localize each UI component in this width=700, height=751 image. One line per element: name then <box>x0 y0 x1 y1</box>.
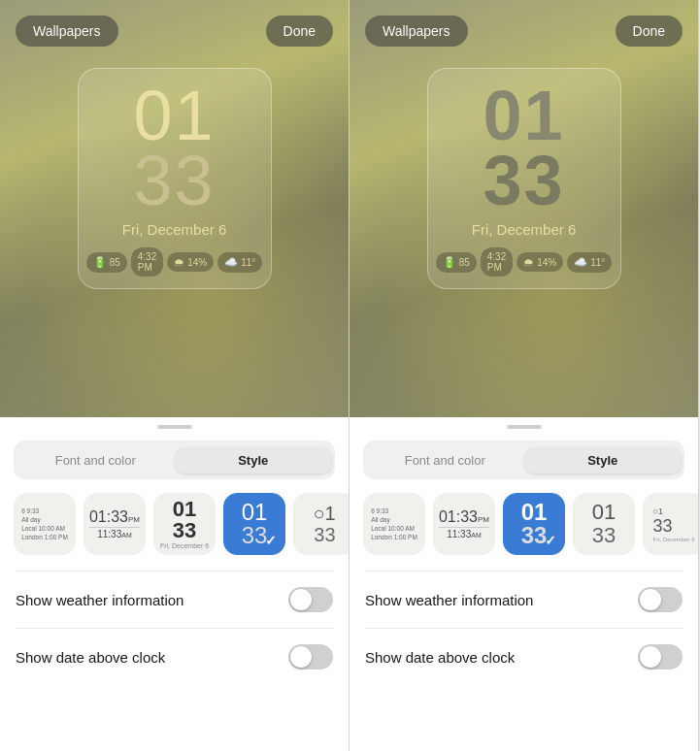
widget-time-right: 4:32 PM <box>481 247 513 277</box>
toggle-weather-row-left: Show weather information <box>16 571 333 628</box>
style-thumb-2-left[interactable]: 01:33PM 11:33AM <box>83 493 146 555</box>
clock-widgets-row-right: 🔋 85 4:32 PM 🌧 14% ☁️ 11° <box>436 247 613 277</box>
clock-widgets-row-left: 🔋 85 4:32 PM 🌧 14% ☁️ 11° <box>86 247 263 277</box>
clock-date-right: Fri, December 6 <box>472 221 577 238</box>
wallpapers-button-left[interactable]: Wallpapers <box>16 16 118 47</box>
toggle-weather-knob-left <box>290 589 312 610</box>
style-thumb-3-content-right: 01 33 <box>521 501 548 547</box>
top-buttons-right: Wallpapers Done <box>350 16 698 47</box>
rain-icon-right: 🌧 <box>523 256 534 268</box>
toggle-weather-label-right: Show weather information <box>365 592 533 608</box>
battery-icon-left: 🔋 <box>93 256 107 269</box>
toggle-section-left: Show weather information Show date above… <box>0 571 349 685</box>
style-thumb-1-content-right: 6 9:33 All day Local 10:00 AM London 1:0… <box>367 504 421 544</box>
style-thumb-2-content-left: 01:33PM 11:33AM <box>89 508 140 540</box>
clock-widget-right: 01 33 Fri, December 6 🔋 85 4:32 PM 🌧 14%… <box>427 68 621 289</box>
toggle-date-label-left: Show date above clock <box>16 649 165 666</box>
widget-temp-right: ☁️ 11° <box>567 252 612 273</box>
tab-style-right[interactable]: Style <box>524 447 683 473</box>
toggle-date-knob-left <box>290 646 312 668</box>
cloud-icon-right: ☁️ <box>574 256 587 269</box>
toggle-weather-knob-right <box>640 589 661 610</box>
done-button-right[interactable]: Done <box>616 16 683 47</box>
style-thumb-4-content-right: 01 33 <box>588 497 619 551</box>
style-thumb-1-right[interactable]: 6 9:33 All day Local 10:00 AM London 1:0… <box>363 493 425 555</box>
toggle-weather-switch-left[interactable] <box>288 587 333 612</box>
style-thumb-5-left[interactable]: ○1 33 <box>293 493 349 555</box>
toggle-weather-switch-right[interactable] <box>638 587 683 612</box>
temp-value-right: 11° <box>590 257 605 268</box>
time-value-right: 4:32 PM <box>487 251 506 273</box>
rain-value-right: 14% <box>537 257 556 268</box>
style-thumb-3-right[interactable]: 01 33 ✓ <box>503 493 565 555</box>
style-thumb-3-content-left: 01 33 Fri, December 6 <box>160 499 209 549</box>
rain-icon-left: 🌧 <box>174 256 184 268</box>
widget-battery-right: 🔋 85 <box>436 252 477 273</box>
toggle-weather-row-right: Show weather information <box>365 571 683 628</box>
style-thumb-4-content-left: 01 33 <box>242 501 268 547</box>
style-row-right: 6 9:33 All day Local 10:00 AM London 1:0… <box>350 493 698 571</box>
style-thumb-3-left[interactable]: 01 33 Fri, December 6 <box>153 493 216 555</box>
style-thumb-1-left[interactable]: 6 9:33 All day Local 10:00 AM London 1:0… <box>14 493 76 555</box>
tab-font-color-right[interactable]: Font and color <box>366 447 524 473</box>
style-thumb-2-right[interactable]: 01:33PM 11:33AM <box>433 493 495 555</box>
right-panel: Wallpapers Done 01 33 Fri, December 6 🔋 … <box>350 0 699 751</box>
tab-font-color-left[interactable]: Font and color <box>17 447 175 473</box>
rain-value-left: 14% <box>187 257 207 268</box>
widget-time-left: 4:32 PM <box>131 247 163 277</box>
done-button-left[interactable]: Done <box>266 16 333 47</box>
toggle-date-row-right: Show date above clock <box>365 628 683 685</box>
toggle-date-switch-left[interactable] <box>288 644 333 669</box>
style-row-left: 6 9:33 All day Local 10:00 AM London 1:0… <box>0 493 349 571</box>
widget-rain-left: 🌧 14% <box>167 252 214 272</box>
style-thumb-5-right[interactable]: ○1 33 Fri, December 6 <box>643 493 698 555</box>
temp-value-left: 11° <box>241 257 255 268</box>
style-thumb-5-content-right: ○1 33 Fri, December 6 <box>649 503 698 546</box>
toggle-date-row-left: Show date above clock <box>16 628 333 685</box>
toggle-date-switch-right[interactable] <box>638 644 683 669</box>
tab-style-left[interactable]: Style <box>175 447 333 473</box>
drag-handle-left <box>157 425 192 429</box>
phone-preview-right: Wallpapers Done 01 33 Fri, December 6 🔋 … <box>350 0 698 417</box>
clock-time-left: 01 33 <box>133 84 215 213</box>
clock-widget-left: 01 33 Fri, December 6 🔋 85 4:32 PM 🌧 14%… <box>78 68 272 289</box>
toggle-section-right: Show weather information Show date above… <box>350 571 698 685</box>
style-thumb-5-content-left: ○1 33 <box>309 499 339 549</box>
time-value-left: 4:32 PM <box>138 251 156 273</box>
check-icon-right: ✓ <box>545 533 556 548</box>
style-thumb-1-content-left: 6 9:33 All day Local 10:00 AM London 1:0… <box>17 504 72 544</box>
left-panel: Wallpapers Done 01 33 Fri, December 6 🔋 … <box>0 0 350 751</box>
toggle-date-knob-right <box>640 646 661 668</box>
clock-minute-left: 33 <box>133 147 215 213</box>
top-buttons-left: Wallpapers Done <box>0 16 349 47</box>
style-thumb-4-left[interactable]: 01 33 ✓ <box>223 493 285 555</box>
clock-hour-right: 01 <box>483 84 564 147</box>
check-icon-left: ✓ <box>265 533 277 548</box>
style-thumb-2-content-right: 01:33PM 11:33AM <box>439 508 489 540</box>
widget-rain-right: 🌧 14% <box>517 252 563 272</box>
battery-icon-right: 🔋 <box>443 256 456 269</box>
widget-temp-left: ☁️ 11° <box>217 252 262 273</box>
clock-date-left: Fri, December 6 <box>122 221 227 238</box>
phone-preview-left: Wallpapers Done 01 33 Fri, December 6 🔋 … <box>0 0 349 417</box>
style-thumb-4-right[interactable]: 01 33 <box>573 493 635 555</box>
battery-value-left: 85 <box>110 257 120 268</box>
tab-bar-left: Font and color Style <box>14 441 335 479</box>
clock-time-right: 01 33 <box>483 84 564 213</box>
bottom-sheet-left: Font and color Style 6 9:33 All day Loca… <box>0 417 349 751</box>
clock-hour-left: 01 <box>133 84 215 147</box>
clock-minute-right: 33 <box>483 147 564 213</box>
bottom-sheet-right: Font and color Style 6 9:33 All day Loca… <box>350 417 698 751</box>
drag-handle-right <box>507 425 542 429</box>
widget-battery-left: 🔋 85 <box>86 252 127 273</box>
battery-value-right: 85 <box>459 257 470 268</box>
toggle-weather-label-left: Show weather information <box>16 592 183 608</box>
cloud-icon-left: ☁️ <box>224 256 238 269</box>
toggle-date-label-right: Show date above clock <box>365 649 515 666</box>
wallpapers-button-right[interactable]: Wallpapers <box>365 16 468 47</box>
tab-bar-right: Font and color Style <box>363 441 684 479</box>
